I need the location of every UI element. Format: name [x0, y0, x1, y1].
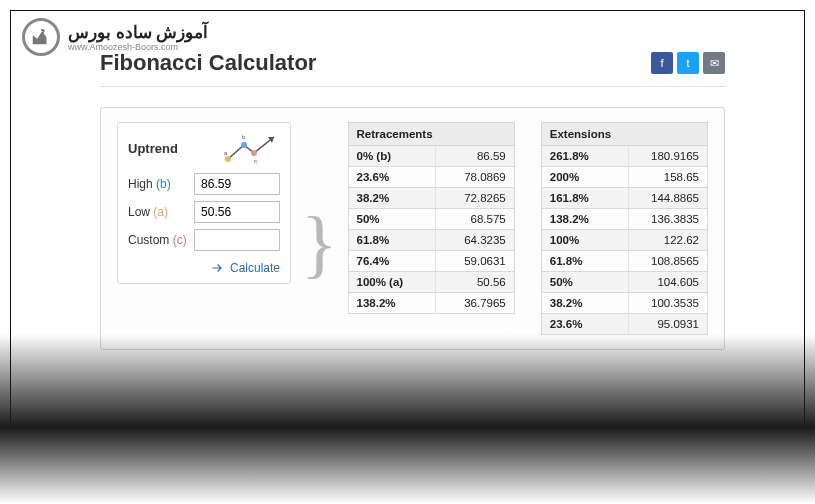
level-value: 180.9165 — [629, 146, 707, 166]
logo-icon — [22, 18, 60, 56]
table-row: 100% (a)50.56 — [348, 272, 515, 293]
calculate-label: Calculate — [230, 261, 280, 275]
high-label: High (b) — [128, 177, 171, 191]
calculator-panel: Uptrend abc High (b) Low (a) Custom (c) — [100, 107, 725, 350]
svg-text:b: b — [242, 134, 246, 140]
input-card: Uptrend abc High (b) Low (a) Custom (c) — [117, 122, 291, 284]
level-value: 50.56 — [436, 272, 514, 292]
level-label: 38.2% — [349, 188, 436, 208]
level-value: 158.65 — [629, 167, 707, 187]
level-label: 200% — [542, 167, 629, 187]
share-bar: f t ✉ — [651, 52, 725, 74]
svg-marker-0 — [268, 137, 274, 143]
level-value: 78.0869 — [436, 167, 514, 187]
svg-point-3 — [251, 150, 257, 156]
table-row: 100%122.62 — [541, 230, 708, 251]
level-label: 161.8% — [542, 188, 629, 208]
table-row: 61.8%108.8565 — [541, 251, 708, 272]
level-label: 138.2% — [349, 293, 436, 313]
svg-point-1 — [225, 156, 231, 162]
low-input[interactable] — [194, 201, 280, 223]
level-label: 38.2% — [542, 293, 629, 313]
level-value: 100.3535 — [629, 293, 707, 313]
level-value: 86.59 — [436, 146, 514, 166]
table-row: 38.2%72.8265 — [348, 188, 515, 209]
level-value: 64.3235 — [436, 230, 514, 250]
facebook-icon[interactable]: f — [651, 52, 673, 74]
level-label: 76.4% — [349, 251, 436, 271]
table-row: 161.8%144.8865 — [541, 188, 708, 209]
level-label: 61.8% — [349, 230, 436, 250]
low-label: Low (a) — [128, 205, 168, 219]
svg-text:c: c — [254, 158, 257, 164]
level-label: 61.8% — [542, 251, 629, 271]
calculate-button[interactable]: Calculate — [128, 261, 280, 275]
level-value: 59.0631 — [436, 251, 514, 271]
level-label: 23.6% — [349, 167, 436, 187]
divider — [100, 86, 725, 87]
table-row: 0% (b)86.59 — [348, 146, 515, 167]
brace-icon: } — [301, 221, 337, 267]
level-value: 95.0931 — [629, 314, 707, 334]
custom-input[interactable] — [194, 229, 280, 251]
svg-point-2 — [241, 142, 247, 148]
table-row: 23.6%78.0869 — [348, 167, 515, 188]
level-value: 104.605 — [629, 272, 707, 292]
level-value: 36.7965 — [436, 293, 514, 313]
ext-header: Extensions — [541, 122, 708, 146]
level-label: 100% (a) — [349, 272, 436, 292]
retracements-table: Retracements 0% (b)86.5923.6%78.086938.2… — [348, 122, 515, 314]
level-value: 108.8565 — [629, 251, 707, 271]
level-label: 50% — [349, 209, 436, 229]
twitter-icon[interactable]: t — [677, 52, 699, 74]
email-icon[interactable]: ✉ — [703, 52, 725, 74]
table-row: 38.2%100.3535 — [541, 293, 708, 314]
extensions-table: Extensions 261.8%180.9165200%158.65161.8… — [541, 122, 708, 335]
level-label: 100% — [542, 230, 629, 250]
level-value: 72.8265 — [436, 188, 514, 208]
level-value: 122.62 — [629, 230, 707, 250]
svg-text:a: a — [224, 150, 228, 156]
table-row: 61.8%64.3235 — [348, 230, 515, 251]
table-row: 261.8%180.9165 — [541, 146, 708, 167]
arrow-right-icon — [210, 261, 224, 275]
table-row: 200%158.65 — [541, 167, 708, 188]
level-value: 136.3835 — [629, 209, 707, 229]
table-row: 23.6%95.0931 — [541, 314, 708, 335]
level-label: 0% (b) — [349, 146, 436, 166]
high-input[interactable] — [194, 173, 280, 195]
table-row: 138.2%36.7965 — [348, 293, 515, 314]
level-label: 50% — [542, 272, 629, 292]
trend-label: Uptrend — [128, 141, 178, 156]
level-label: 23.6% — [542, 314, 629, 334]
level-label: 261.8% — [542, 146, 629, 166]
retr-header: Retracements — [348, 122, 515, 146]
table-row: 50%104.605 — [541, 272, 708, 293]
table-row: 50%68.575 — [348, 209, 515, 230]
table-row: 138.2%136.3835 — [541, 209, 708, 230]
custom-label: Custom (c) — [128, 233, 187, 247]
logo-title: آموزش ساده بورس — [68, 22, 208, 43]
level-value: 68.575 — [436, 209, 514, 229]
table-row: 76.4%59.0631 — [348, 251, 515, 272]
uptrend-icon: abc — [224, 131, 280, 165]
page-title: Fibonacci Calculator — [100, 50, 316, 76]
level-value: 144.8865 — [629, 188, 707, 208]
level-label: 138.2% — [542, 209, 629, 229]
